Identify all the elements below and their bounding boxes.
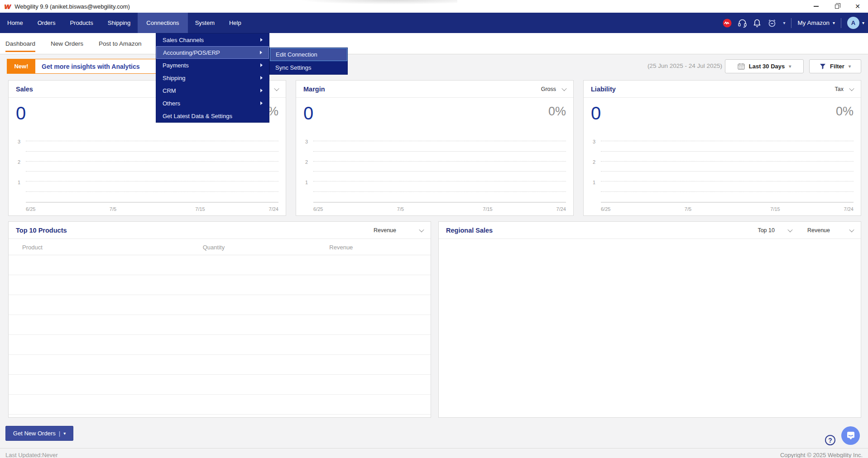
- chevron-down-icon: [274, 86, 279, 91]
- funnel-icon: [820, 63, 826, 70]
- metric-percent: 0%: [548, 104, 566, 119]
- main-menu-bar: Home Orders Products Shipping Connection…: [0, 13, 868, 33]
- regional-metric-selector[interactable]: Revenue: [807, 227, 854, 234]
- date-filter-button[interactable]: Last 30 Days ▾: [725, 59, 804, 73]
- products-table-body: [9, 255, 431, 415]
- close-button[interactable]: ✕: [847, 0, 868, 13]
- menu-item-crm[interactable]: CRM: [156, 84, 269, 97]
- liability-metric-selector[interactable]: Tax: [835, 86, 854, 92]
- menu-item-shipping-connections[interactable]: Shipping: [156, 72, 269, 84]
- store-selector-caret-icon: ▾: [833, 20, 835, 25]
- get-new-orders-label: Get New Orders: [13, 430, 56, 437]
- margin-card: Margin Gross 0 0% 123 6/257/57/157/24: [296, 80, 574, 216]
- tab-dashboard[interactable]: Dashboard: [5, 33, 35, 54]
- gridline: [601, 161, 854, 162]
- top-products-metric-selector[interactable]: Revenue: [374, 227, 423, 234]
- menu-item-accounting-pos-erp[interactable]: Accounting/POS/ERP: [156, 46, 269, 59]
- gridline: [26, 191, 278, 192]
- menu-item-sales-channels[interactable]: Sales Channels: [156, 33, 269, 46]
- menu-item-label: Accounting/POS/ERP: [163, 49, 220, 56]
- date-filter-caret-icon: ▾: [789, 64, 791, 69]
- headset-icon[interactable]: [738, 19, 747, 28]
- menu-item-help[interactable]: Help: [222, 13, 249, 33]
- submenu-item-edit-connection[interactable]: Edit Connection: [270, 48, 347, 61]
- date-filter-label: Last 30 Days: [749, 63, 785, 70]
- selector-label: Gross: [541, 86, 556, 92]
- gridline: [601, 171, 854, 172]
- get-new-orders-button[interactable]: Get New Orders | ▾: [5, 426, 73, 441]
- webgility-app-window: W Webgility 9.9 (aniket.biswas@webgility…: [0, 0, 868, 458]
- menu-item-shipping[interactable]: Shipping: [101, 13, 138, 33]
- x-axis: 6/257/57/157/24: [26, 206, 278, 213]
- store-selector[interactable]: My Amazon ▾: [797, 19, 835, 26]
- x-tick-label: 6/25: [313, 206, 323, 212]
- divider: [791, 18, 791, 28]
- plot-area: [313, 131, 566, 203]
- user-menu-caret-icon: ▾: [862, 20, 864, 25]
- filter-button[interactable]: Filter ▾: [809, 59, 861, 73]
- y-tick-label: 3: [593, 139, 595, 144]
- x-tick-label: 7/24: [269, 206, 278, 212]
- alarm-dropdown-caret-icon[interactable]: ▾: [783, 20, 785, 25]
- y-axis: 123: [584, 131, 599, 203]
- menu-item-label: Sales Channels: [163, 37, 204, 43]
- submenu-arrow-icon: [260, 101, 263, 105]
- footer-divider: [0, 448, 868, 448]
- title-bar: W Webgility 9.9 (aniket.biswas@webgility…: [0, 0, 868, 13]
- y-tick-label: 1: [305, 180, 308, 185]
- y-tick-label: 1: [18, 180, 20, 185]
- menu-item-orders[interactable]: Orders: [30, 13, 63, 33]
- x-tick-label: 7/5: [685, 206, 691, 212]
- last-updated-label: Last Updated:Never: [5, 452, 58, 458]
- tab-new-orders[interactable]: New Orders: [51, 33, 83, 54]
- menu-item-products[interactable]: Products: [62, 13, 100, 33]
- menu-item-system[interactable]: System: [188, 13, 222, 33]
- user-menu[interactable]: A ▾: [847, 17, 864, 29]
- restore-button[interactable]: [826, 0, 847, 13]
- x-tick-label: 7/5: [397, 206, 404, 212]
- new-badge: New!: [7, 59, 35, 73]
- get-new-orders-caret-icon: ▾: [63, 431, 66, 436]
- chevron-down-icon: [849, 227, 854, 232]
- restore-icon: [835, 5, 839, 9]
- margin-card-header: Margin Gross: [296, 81, 573, 98]
- selector-label: Revenue: [374, 227, 396, 234]
- submenu-item-sync-settings[interactable]: Sync Settings: [270, 61, 347, 74]
- sales-metric-selector[interactable]: [269, 87, 278, 91]
- products-table-header: Product Quantity Revenue: [9, 239, 431, 255]
- table-row: [9, 355, 431, 375]
- chevron-down-icon: [787, 227, 792, 232]
- x-tick-label: 7/24: [556, 206, 566, 212]
- chevron-down-icon: [561, 86, 566, 91]
- gridline: [313, 181, 566, 181]
- tab-post-to-amazon[interactable]: Post to Amazon: [99, 33, 142, 54]
- chevron-down-icon: [419, 227, 424, 232]
- chevron-down-icon: [849, 86, 854, 91]
- avatar: A: [847, 17, 859, 29]
- chat-launcher-icon[interactable]: [841, 426, 860, 445]
- menu-item-payments[interactable]: Payments: [156, 59, 269, 72]
- store-selector-label: My Amazon: [797, 19, 830, 26]
- selector-label: Tax: [835, 86, 844, 92]
- menu-item-others[interactable]: Others: [156, 97, 269, 110]
- main-nav: Home Orders Products Shipping Connection…: [0, 13, 249, 33]
- submenu-arrow-icon: [260, 51, 262, 54]
- menu-item-get-latest-data-settings[interactable]: Get Latest Data & Settings: [156, 110, 269, 122]
- alarm-clock-icon[interactable]: [767, 19, 777, 28]
- alert-red-icon[interactable]: [723, 19, 732, 28]
- menu-item-home[interactable]: Home: [0, 13, 30, 33]
- margin-metric-selector[interactable]: Gross: [541, 86, 566, 92]
- webgility-logo: W: [4, 3, 10, 10]
- minimize-button[interactable]: [806, 0, 826, 13]
- bell-icon[interactable]: [753, 19, 761, 28]
- regional-count-selector[interactable]: Top 10: [758, 227, 792, 234]
- liability-values: 0 0%: [584, 98, 861, 122]
- table-row: [9, 395, 431, 415]
- x-tick-label: 7/5: [110, 206, 116, 212]
- tab-bar: Dashboard New Orders Post to Amazon: [0, 33, 868, 54]
- table-row: [9, 275, 431, 295]
- regional-selectors: Top 10 Revenue: [758, 227, 854, 234]
- menu-item-connections[interactable]: Connections: [138, 13, 187, 33]
- selector-label: Revenue: [807, 227, 830, 234]
- help-icon[interactable]: ?: [825, 435, 835, 445]
